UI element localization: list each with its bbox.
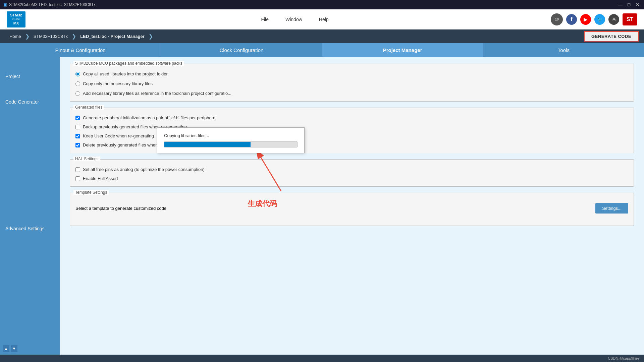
- annotation-area: 生成代码: [254, 151, 294, 209]
- tab-bar: Pinout & Configuration Clock Configurati…: [0, 43, 644, 57]
- template-settings-legend: Template Settings: [73, 190, 109, 195]
- tab-clock[interactable]: Clock Configuration: [161, 43, 322, 57]
- menu-file[interactable]: File: [261, 17, 269, 22]
- breadcrumb-device[interactable]: STM32F103C8Tx: [30, 34, 72, 39]
- breadcrumb-bar: Home ❯ STM32F103C8Tx ❯ LED_test.ioc - Pr…: [0, 29, 644, 43]
- sidebar: Project Code Generator Advanced Settings…: [0, 57, 60, 355]
- breadcrumb: Home ❯ STM32F103C8Tx ❯ LED_test.ioc - Pr…: [5, 33, 153, 40]
- hal-option-full-assert[interactable]: Enable Full Assert: [75, 176, 628, 181]
- breadcrumb-sep-2: ❯: [72, 33, 76, 40]
- star-icon[interactable]: ✳: [608, 14, 619, 25]
- annotation-text: 生成代码: [248, 199, 294, 209]
- menu-help[interactable]: Help: [319, 17, 329, 22]
- generate-code-button[interactable]: GENERATE CODE: [584, 31, 639, 42]
- generated-files-panel: Generated files Generate peripheral init…: [70, 108, 634, 153]
- status-bar: CSDN:@sapp9hire: [0, 355, 644, 362]
- mcu-option-copy-all[interactable]: Copy all used libraries into the project…: [75, 71, 628, 76]
- hal-option-free-pins[interactable]: Set all free pins as analog (to optimize…: [75, 167, 628, 172]
- social-icons: 10 f ▶ 🐦 ✳ ST: [551, 13, 637, 25]
- gen-option-peripheral-init[interactable]: Generate peripheral initialization as a …: [75, 115, 628, 120]
- annotation-arrow-svg: [254, 151, 294, 194]
- title-bar-left: ▣ STM32CubeMX LED_test.ioc: STM32F103C8T…: [3, 2, 96, 7]
- sidebar-item-code-generator[interactable]: Code Generator: [0, 89, 60, 115]
- mcu-option-copy-necessary[interactable]: Copy only the necessary library files: [75, 81, 628, 86]
- title-bar-controls: — □ ✕: [617, 2, 641, 7]
- mcu-packages-options: Copy all used libraries into the project…: [75, 71, 628, 96]
- template-description: Select a template to generate customized…: [75, 206, 166, 211]
- hal-settings-legend: HAL Settings: [73, 157, 100, 161]
- mcu-packages-legend: STM32Cube MCU packages and embedded soft…: [73, 61, 184, 66]
- tab-tools[interactable]: Tools: [483, 43, 644, 57]
- twitter-icon[interactable]: 🐦: [594, 14, 605, 25]
- breadcrumb-sep-1: ❯: [25, 33, 30, 40]
- minimize-button[interactable]: —: [617, 2, 623, 7]
- tab-project-manager[interactable]: Project Manager: [322, 43, 483, 57]
- sidebar-item-advanced-settings[interactable]: Advanced Settings: [0, 216, 60, 241]
- sidebar-scroll-arrows: ▲ ▼: [0, 343, 60, 355]
- title-bar-text: STM32CubeMX LED_test.ioc: STM32F103C8Tx: [9, 2, 96, 7]
- content-area: STM32Cube MCU packages and embedded soft…: [60, 57, 644, 355]
- close-button[interactable]: ✕: [635, 2, 641, 7]
- hal-settings-options: Set all free pins as analog (to optimize…: [75, 167, 628, 181]
- youtube-icon[interactable]: ▶: [580, 14, 591, 25]
- progress-bar-container: [164, 141, 298, 147]
- logo-box: STM32 Cube MX: [7, 11, 25, 27]
- progress-dialog: Copying libraries files...: [157, 127, 305, 153]
- anniversary-icon[interactable]: 10: [551, 13, 563, 25]
- logo: STM32 Cube MX: [7, 11, 25, 27]
- breadcrumb-project[interactable]: LED_test.ioc - Project Manager: [76, 34, 148, 39]
- template-settings-panel: Template Settings Select a template to g…: [70, 193, 634, 226]
- svg-line-1: [261, 158, 281, 191]
- st-logo-icon[interactable]: ST: [623, 13, 637, 25]
- menu-bar: STM32 Cube MX File Window Help 10 f ▶ 🐦 …: [0, 9, 644, 29]
- main-layout: Project Code Generator Advanced Settings…: [0, 57, 644, 355]
- title-bar: ▣ STM32CubeMX LED_test.ioc: STM32F103C8T…: [0, 0, 644, 9]
- sidebar-scroll-down[interactable]: ▼: [11, 345, 17, 352]
- maximize-button[interactable]: □: [626, 2, 632, 7]
- hal-settings-panel: HAL Settings Set all free pins as analog…: [70, 159, 634, 187]
- mcu-option-add-reference[interactable]: Add necessary library files as reference…: [75, 91, 628, 96]
- popup-message: Copying libraries files...: [164, 133, 298, 138]
- status-credit: CSDN:@sapp9hire: [608, 356, 639, 360]
- settings-button[interactable]: Settings...: [595, 203, 628, 214]
- generated-files-legend: Generated files: [73, 105, 104, 110]
- sidebar-item-project[interactable]: Project: [0, 64, 60, 89]
- menu-window[interactable]: Window: [285, 17, 302, 22]
- facebook-icon[interactable]: f: [566, 14, 577, 25]
- breadcrumb-home[interactable]: Home: [5, 34, 25, 39]
- mcu-packages-panel: STM32Cube MCU packages and embedded soft…: [70, 64, 634, 102]
- sidebar-scroll-up[interactable]: ▲: [3, 345, 9, 352]
- tab-pinout[interactable]: Pinout & Configuration: [0, 43, 161, 57]
- menu-items: File Window Help: [39, 17, 551, 22]
- template-settings-row: Select a template to generate customized…: [75, 200, 628, 220]
- breadcrumb-sep-3: ❯: [149, 33, 153, 40]
- progress-bar-fill: [164, 142, 251, 147]
